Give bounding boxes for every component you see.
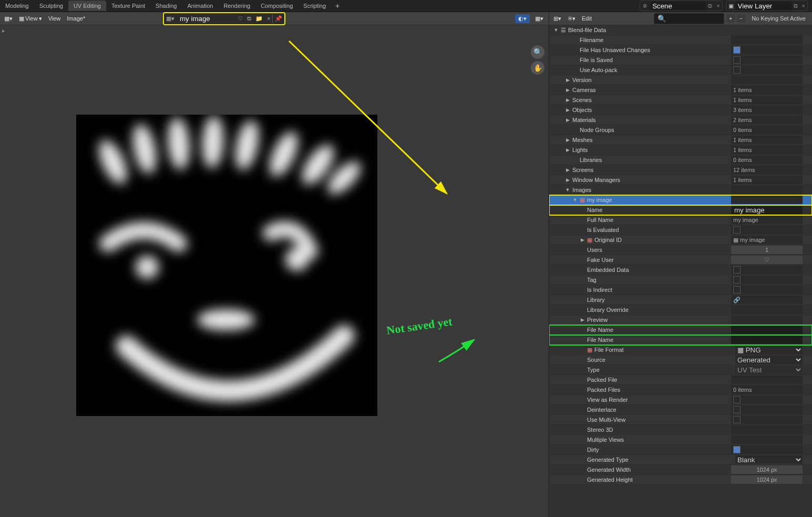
- tree-row[interactable]: ▶Preview: [549, 315, 812, 325]
- scene-selector[interactable]: ⛭ ⧉ ×: [640, 1, 722, 11]
- disclosure-icon[interactable]: ▶: [565, 137, 570, 143]
- value-number[interactable]: 1024 px: [731, 475, 803, 484]
- disclosure-icon[interactable]: ▼: [572, 197, 578, 202]
- edit-menu[interactable]: Edit: [580, 14, 594, 23]
- add-button[interactable]: +: [726, 14, 735, 23]
- image-browse-icon[interactable]: ▦▾: [164, 14, 177, 23]
- workspace-tab-scripting[interactable]: Scripting: [298, 1, 331, 11]
- tree-row[interactable]: File Name: [549, 325, 812, 335]
- sidebar-toggle-arrow[interactable]: ▸: [2, 27, 5, 34]
- viewlayer-close-icon[interactable]: ×: [800, 3, 807, 9]
- tree-row[interactable]: Generated Height1024 px: [549, 475, 812, 485]
- checkbox[interactable]: [733, 416, 741, 423]
- disclosure-icon[interactable]: ▼: [553, 27, 559, 33]
- tree-row[interactable]: View as Render: [549, 395, 812, 405]
- disclosure-icon[interactable]: ▶: [565, 177, 570, 183]
- tree-row[interactable]: Library🔗: [549, 295, 812, 305]
- disclosure-icon[interactable]: ▼: [565, 187, 570, 192]
- tree-row[interactable]: ▶Cameras1 items: [549, 85, 812, 95]
- tree-row[interactable]: ▶Materials2 items: [549, 115, 812, 125]
- workspace-tab-animation[interactable]: Animation: [182, 1, 218, 11]
- tree-row[interactable]: Stereo 3D: [549, 425, 812, 435]
- tree-row[interactable]: Is Evaluated: [549, 225, 812, 235]
- viewlayer-name-input[interactable]: [736, 1, 792, 11]
- workspace-tab-uv-editing[interactable]: UV Editing: [68, 1, 106, 11]
- tree-row[interactable]: Embedded Data: [549, 265, 812, 275]
- tree-row[interactable]: File Has Unsaved Changes: [549, 45, 812, 55]
- tree-row[interactable]: ▼▦my image: [549, 195, 812, 205]
- tree-row[interactable]: Full Namemy image: [549, 215, 812, 225]
- fake-user-icon[interactable]: ♡: [235, 14, 245, 23]
- viewlayer-selector[interactable]: ▣ ⧉ ×: [726, 1, 808, 11]
- pin-icon[interactable]: 📌: [272, 14, 284, 23]
- uv-overlay-button[interactable]: ◐▾: [515, 14, 530, 23]
- checkbox[interactable]: [733, 396, 741, 403]
- tree-row[interactable]: Is Indirect: [549, 285, 812, 295]
- tree-row[interactable]: ▶▦Original ID▦ my image: [549, 235, 812, 245]
- tree-root[interactable]: ▼ ☰ Blend-file Data: [549, 25, 812, 35]
- scene-copy-icon[interactable]: ⧉: [706, 3, 714, 9]
- tree-row[interactable]: ▶Meshes1 items: [549, 135, 812, 145]
- disclosure-icon[interactable]: ▶: [565, 167, 570, 173]
- data-api-tree[interactable]: ▼ ☰ Blend-file Data Filename File Has Un…: [549, 25, 812, 517]
- scene-close-icon[interactable]: ×: [714, 3, 722, 9]
- add-workspace-button[interactable]: +: [331, 1, 344, 11]
- tree-row[interactable]: ▶Window Managers1 items: [549, 175, 812, 185]
- checkbox[interactable]: [733, 56, 741, 64]
- search-input[interactable]: [654, 13, 724, 24]
- value-dropdown[interactable]: Blank: [735, 455, 803, 464]
- tree-row[interactable]: ▶Screens12 items: [549, 165, 812, 175]
- display-mode-dropdown[interactable]: ※▾: [566, 14, 578, 23]
- value-number[interactable]: 1024 px: [731, 465, 803, 474]
- value-dropdown[interactable]: ▦ PNG: [735, 346, 803, 354]
- viewlayer-copy-icon[interactable]: ⧉: [792, 3, 800, 9]
- checkbox[interactable]: [733, 446, 741, 453]
- image-canvas[interactable]: ▸: [0, 25, 549, 517]
- disclosure-icon[interactable]: ▶: [565, 77, 570, 83]
- tree-row[interactable]: Packed Files0 items: [549, 385, 812, 395]
- checkbox[interactable]: [733, 46, 741, 54]
- tree-row[interactable]: Libraries0 items: [549, 155, 812, 165]
- tree-row[interactable]: Generated TypeBlank: [549, 455, 812, 465]
- tree-row[interactable]: File Name: [549, 335, 812, 345]
- display-channels-button[interactable]: ▦▾: [533, 14, 546, 23]
- disclosure-icon[interactable]: ▶: [580, 237, 585, 242]
- tree-row[interactable]: Generated Width1024 px: [549, 465, 812, 475]
- mode-dropdown[interactable]: ▦ View ▾: [17, 14, 44, 23]
- disclosure-icon[interactable]: ▶: [565, 117, 570, 123]
- disclosure-icon[interactable]: ▶: [565, 87, 570, 93]
- tree-row[interactable]: SourceGenerated: [549, 355, 812, 365]
- tree-row[interactable]: ▶Lights1 items: [549, 145, 812, 155]
- pan-icon[interactable]: ✋: [531, 61, 544, 75]
- workspace-tab-modeling[interactable]: Modeling: [0, 1, 34, 11]
- remove-button[interactable]: −: [737, 14, 745, 23]
- tree-row[interactable]: Users1: [549, 245, 812, 255]
- workspace-tab-sculpting[interactable]: Sculpting: [34, 1, 68, 11]
- image-datablock-selector[interactable]: ▦▾ ♡ ⧉ 📁 × 📌: [163, 12, 285, 25]
- tree-row[interactable]: ▶Scenes1 items: [549, 95, 812, 105]
- tree-row[interactable]: File is Saved: [549, 55, 812, 65]
- image-menu[interactable]: Image*: [65, 14, 87, 23]
- tree-row[interactable]: Filename: [549, 35, 812, 45]
- fake-user-toggle[interactable]: ♡: [731, 256, 803, 264]
- zoom-icon[interactable]: 🔍: [531, 45, 544, 59]
- tree-row[interactable]: ▶Objects3 items: [549, 105, 812, 115]
- checkbox[interactable]: [733, 286, 741, 293]
- checkbox[interactable]: [733, 266, 741, 273]
- keying-set-label[interactable]: No Keying Set Active: [747, 14, 810, 23]
- workspace-tab-shading[interactable]: Shading: [150, 1, 182, 11]
- tree-row[interactable]: Use Auto-pack: [549, 65, 812, 75]
- value-input[interactable]: [733, 336, 800, 344]
- tree-row[interactable]: Fake User♡: [549, 255, 812, 265]
- checkbox[interactable]: [733, 66, 741, 74]
- value-dropdown[interactable]: Generated: [735, 356, 803, 364]
- tree-row[interactable]: Library Override: [549, 305, 812, 315]
- tree-row[interactable]: Multiple Views: [549, 435, 812, 445]
- tree-row[interactable]: ▶Version: [549, 75, 812, 85]
- workspace-tab-compositing[interactable]: Compositing: [255, 1, 298, 11]
- tree-row[interactable]: Deinterlace: [549, 405, 812, 415]
- workspace-tab-texture-paint[interactable]: Texture Paint: [106, 1, 150, 11]
- tree-row[interactable]: Tag: [549, 275, 812, 285]
- value-input[interactable]: [733, 326, 800, 334]
- tree-row[interactable]: Use Multi-View: [549, 415, 812, 425]
